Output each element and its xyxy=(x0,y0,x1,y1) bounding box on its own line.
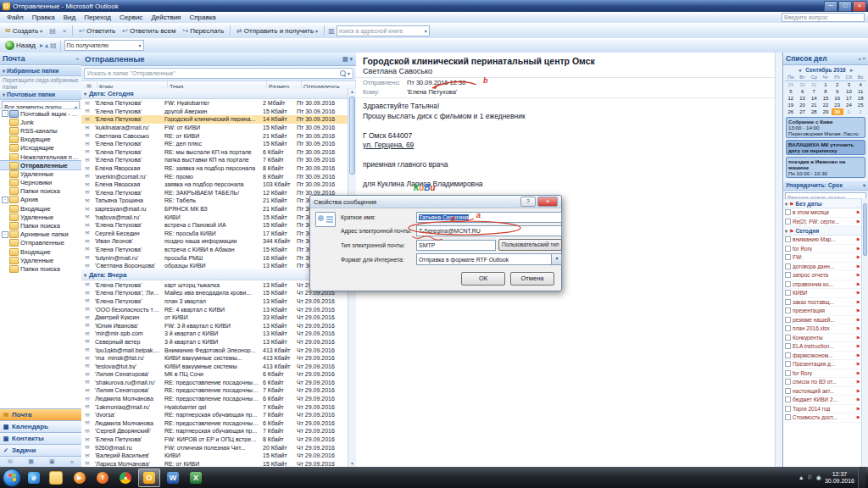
scroll-thumb[interactable] xyxy=(863,203,867,256)
flag-icon[interactable]: ⚑ xyxy=(856,299,860,305)
sidebar-folder[interactable]: -Архивные папки xyxy=(0,230,81,239)
sidebar-folder[interactable]: Junk xyxy=(0,118,81,126)
flag-icon[interactable]: ⚑ xyxy=(856,379,860,385)
flag-icon[interactable]: ⚑ xyxy=(856,317,860,323)
calendar-day[interactable]: 5 xyxy=(785,88,797,95)
message-row[interactable]: ✉'ООО безопасность труда'RE: 4 квартал с… xyxy=(81,305,348,313)
sidebar-folder[interactable]: Черновики xyxy=(0,179,81,187)
flag-icon[interactable]: ⚑ xyxy=(856,272,860,278)
address-book-search-input[interactable]: поиск в адресной книге▾ xyxy=(337,25,430,36)
dialog-title-bar[interactable]: Свойства сообщения ? × xyxy=(310,196,561,208)
action-center-icon[interactable]: ⚐ xyxy=(808,474,813,481)
menu-item-1[interactable]: Файл xyxy=(3,12,28,23)
message-row[interactable]: ✉'lpu1gkb@mail.belpak.by'Вниманию Федото… xyxy=(81,346,348,354)
message-row[interactable]: ✉'tutynin@mail.ru'просьба РМШ16 КбайтПт … xyxy=(81,253,348,262)
menu-item-2[interactable]: Правка xyxy=(28,12,59,23)
task-group-header[interactable]: ▾⚑Сегодня xyxy=(783,226,862,236)
message-row[interactable]: ✉'Валерий Васильев'КИВИ15 КбайтЧт 29.09.… xyxy=(81,452,348,460)
task-checkbox[interactable] xyxy=(785,219,791,225)
flag-icon[interactable]: ⚑ xyxy=(856,254,860,260)
task-item[interactable]: резюме нашей...⚑ xyxy=(783,316,862,325)
message-row[interactable]: ✉Елена ЯворскаяRE: заявка на подбор перс… xyxy=(81,164,348,173)
calendar-day[interactable]: 2 xyxy=(832,81,843,88)
menu-item-3[interactable]: Вид xyxy=(59,12,80,23)
message-row[interactable]: ✉'Елена Петухова'; 'Лилия ...Майер ива в… xyxy=(81,289,348,297)
todo-close-icon[interactable]: « × xyxy=(858,56,865,61)
message-row[interactable]: ✉Сергей БесединRE: просьба КИВИ17 КбайтП… xyxy=(81,230,348,238)
todo-scrollbar[interactable] xyxy=(861,198,868,467)
message-row[interactable]: ✉'Иван Леонов'поздно наша информации344 … xyxy=(81,237,348,246)
flag-icon[interactable]: ⚑ xyxy=(856,335,860,341)
message-row[interactable]: ✉Светлана СавоськоRE: от КИВИ21 КбайтПт … xyxy=(81,131,348,140)
firefox-taskbar-icon[interactable]: f xyxy=(92,469,113,486)
flag-icon[interactable]: ⚑ xyxy=(856,352,860,358)
minimize-button[interactable]: ─ xyxy=(824,1,837,12)
task-item[interactable]: фармоэконом...⚑ xyxy=(783,352,862,361)
sidebar-folder[interactable]: Удаленные xyxy=(0,256,81,264)
sidebar-folder[interactable]: Исходящие xyxy=(0,144,81,152)
dialog-help-button[interactable]: ? xyxy=(520,197,536,207)
dialog-close-button[interactable]: × xyxy=(537,197,558,207)
internet-format-select[interactable]: Отправка в формате RTF Outlook▾ xyxy=(416,253,562,265)
forward-button[interactable]: ↪Переслать xyxy=(181,26,227,36)
show-desktop-button[interactable] xyxy=(858,467,865,488)
flag-icon[interactable]: ⚑ xyxy=(856,290,860,296)
task-checkbox[interactable] xyxy=(785,379,791,385)
collapse-pane-icon[interactable]: « xyxy=(76,56,79,61)
message-row[interactable]: ✉'Елена Петухова'FW: КИРОВ от ЕР и ОПЦ в… xyxy=(81,435,348,444)
task-item[interactable]: Презентация д...⚑ xyxy=(783,360,862,369)
task-item[interactable]: КИВИ⚑ xyxy=(783,289,862,298)
calendar-day[interactable]: 29 xyxy=(820,108,832,115)
favorite-folders-header[interactable]: ▾Избранные папки xyxy=(0,65,81,76)
task-checkbox[interactable] xyxy=(785,290,791,296)
expander-icon[interactable]: - xyxy=(2,110,8,117)
search-input[interactable]: Искать в папке "Отправленные"▾ xyxy=(84,68,353,79)
sidebar-folder[interactable]: Удаленные xyxy=(0,213,81,221)
taskbar-clock[interactable]: 12:37 30.09.2016 xyxy=(825,471,854,485)
message-row[interactable]: ✉'Лилия Сенаторова'RE: предоставление по… xyxy=(81,386,348,395)
calendar-day[interactable]: 10 xyxy=(843,88,855,95)
calendar-day[interactable]: 18 xyxy=(854,95,866,102)
flag-icon[interactable]: ⚑ xyxy=(856,325,860,331)
ask-question-input[interactable]: Введите вопрос xyxy=(782,13,865,22)
menu-item-4[interactable]: Переход xyxy=(80,12,115,23)
message-row[interactable]: ✉'Лилия Сенаторова'МК в ПЦ Сочи6 КбайтЧт… xyxy=(81,370,348,379)
task-checkbox[interactable] xyxy=(785,246,791,252)
ie-taskbar-icon[interactable]: e xyxy=(24,469,44,486)
outlook-taskbar-icon[interactable]: O xyxy=(138,469,160,487)
message-row[interactable]: ✉'Светлана Воронцова'образцы КИВИ13 Кбай… xyxy=(81,262,348,270)
message-row[interactable]: ✉'mir@mir-spb.com3 й квартал с КИВИ13 Кб… xyxy=(81,330,348,338)
calendar-day[interactable]: 23 xyxy=(832,102,843,108)
task-checkbox[interactable] xyxy=(785,396,791,402)
task-item[interactable]: for Rory⚑ xyxy=(783,245,862,254)
hidden-icons-icon[interactable]: ▲ xyxy=(798,474,804,480)
message-row[interactable]: ✉'Сергей Дворянский'RE: партнерская обуч… xyxy=(81,427,348,435)
view-options-icon[interactable]: ▤ ▾ xyxy=(342,56,353,63)
task-item[interactable]: заказ поставщ...⚑ xyxy=(783,298,862,308)
sidebar-folder[interactable]: Входящие xyxy=(0,204,81,213)
message-row[interactable]: ✉'Елена Петухова'RE: мы выслали КП на по… xyxy=(81,148,348,157)
message-row[interactable]: ✉'1akmoniag@mail.ru'Hyalobarrier gel7 Кб… xyxy=(81,402,348,411)
sidebar-folder[interactable]: Отправленные xyxy=(0,161,81,169)
calendar-day[interactable]: 30 xyxy=(832,108,843,115)
scroll-down-icon[interactable]: ▼ xyxy=(348,460,356,467)
message-row[interactable]: ✉Людмила МолчановаRE: предоставление пос… xyxy=(81,395,348,403)
sidebar-folder[interactable]: Нежелательная поч... xyxy=(0,152,81,161)
task-checkbox[interactable] xyxy=(785,388,791,394)
ok-button[interactable]: ОК xyxy=(461,272,505,286)
calendar-day[interactable]: 6 xyxy=(797,88,809,95)
prev-month-icon[interactable]: ◄ xyxy=(797,68,802,73)
task-checkbox[interactable] xyxy=(785,361,791,367)
scroll-up-icon[interactable]: ▲ xyxy=(348,88,356,95)
task-checkbox[interactable] xyxy=(785,209,791,215)
task-item[interactable]: справочник ко...⚑ xyxy=(783,280,862,290)
sidebar-folder[interactable]: Папки поиска xyxy=(0,221,81,230)
calendar-day[interactable]: 22 xyxy=(820,102,832,108)
task-item[interactable]: план 2016.xlsx⚑ xyxy=(783,324,862,334)
mail-small-icon[interactable]: ✉ xyxy=(8,458,13,465)
task-item[interactable]: в этом месяце⚑ xyxy=(783,208,862,218)
calendar-day[interactable]: 16 xyxy=(832,95,843,102)
message-row[interactable]: ✉'Лариса Молчанова'RE: от КИВИ15 КбайтЧт… xyxy=(81,460,348,467)
message-row[interactable]: ✉Северный ветер3 й квартал с КИВИ13 Кбай… xyxy=(81,338,348,347)
calendar-day[interactable]: 30 xyxy=(797,81,809,88)
